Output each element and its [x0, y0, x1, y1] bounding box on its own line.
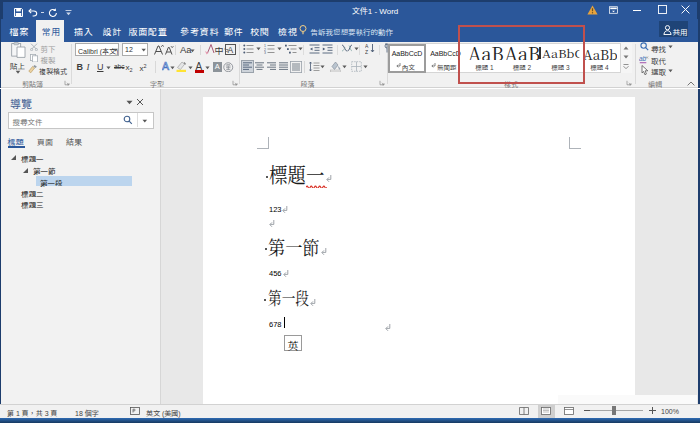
svg-text:3: 3: [264, 51, 266, 54]
svg-text:ab: ab: [639, 54, 647, 61]
svg-text:A: A: [162, 61, 169, 72]
svg-text:Z: Z: [365, 49, 368, 55]
